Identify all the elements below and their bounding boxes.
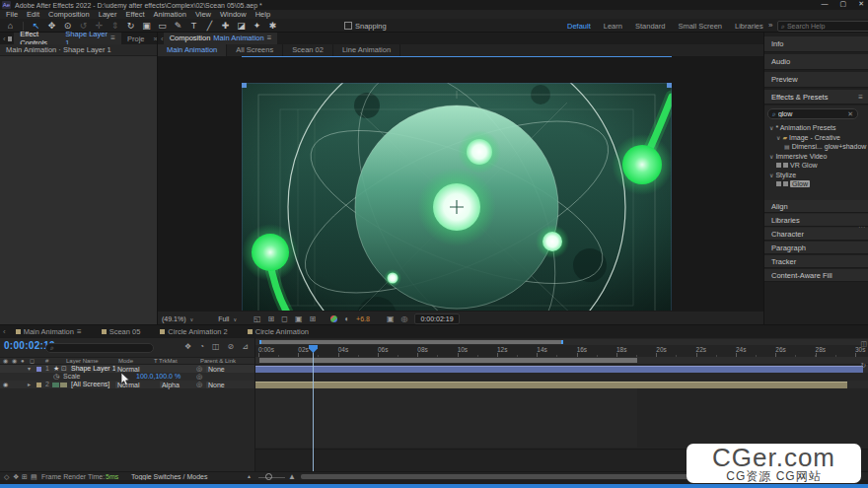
menu-item[interactable]: Help xyxy=(255,10,270,19)
parent-link-column-header[interactable]: Parent & Link xyxy=(200,358,236,365)
layer-name[interactable]: Shape Layer 1 xyxy=(71,365,116,373)
rectangle-tool-icon[interactable]: ▭ xyxy=(157,20,168,32)
twirl-icon[interactable]: ∨ xyxy=(769,172,773,178)
motion-blur-icon[interactable]: ⊘ xyxy=(228,342,235,351)
dock-panel-header[interactable]: Audio xyxy=(764,54,868,70)
scale-value[interactable]: 100.0,100.0 % xyxy=(136,373,181,381)
home-icon[interactable]: ⌂ xyxy=(5,20,16,32)
composition-viewport[interactable] xyxy=(158,56,764,311)
viewer-tab[interactable]: Main Animation xyxy=(158,44,227,56)
tree-item-immersive-video[interactable]: ∨ Immersive Video xyxy=(764,152,868,162)
workspace-item[interactable]: Standard xyxy=(635,22,665,31)
twirl-icon[interactable]: ∨ xyxy=(776,134,780,141)
brush-tool-icon[interactable]: ╱ xyxy=(204,20,215,32)
twirl-open-icon[interactable]: ▾ xyxy=(28,365,31,373)
menu-item[interactable]: Edit xyxy=(27,10,39,19)
viewer-tab[interactable]: Line Animation xyxy=(333,44,400,56)
mini-flowchart-icon[interactable]: ❖ xyxy=(184,342,191,351)
resolution-dropdown[interactable]: Full ∨ xyxy=(218,315,237,322)
dock-panel-header[interactable]: Libraries xyxy=(764,214,868,227)
tree-item-stylize[interactable]: ∨ Stylize xyxy=(764,171,868,180)
panel-menu-icon[interactable]: ≡ xyxy=(858,90,863,105)
type-tool-icon[interactable]: T xyxy=(188,20,199,32)
camera-tool-icon[interactable]: ▣ xyxy=(141,20,152,32)
clone-stamp-tool-icon[interactable]: ✚ xyxy=(220,20,231,32)
pen-tool-icon[interactable]: ✎ xyxy=(173,20,183,32)
timeline-tab-main-animation[interactable]: Main Animation ≡ xyxy=(6,325,92,338)
guides-icon[interactable]: ▣ xyxy=(295,314,303,323)
menu-item[interactable]: File xyxy=(6,10,18,19)
twirl-closed-icon[interactable]: ▸ xyxy=(28,381,31,388)
panel-menu-icon[interactable]: ≡ xyxy=(267,34,272,42)
mask-visibility-icon[interactable]: ◻ xyxy=(281,314,288,323)
viewer-timecode[interactable]: 0:00:02:19 xyxy=(414,314,459,324)
property-name[interactable]: Scale xyxy=(63,373,81,381)
exposure-value[interactable]: +6.8 xyxy=(356,315,370,322)
show-channel-icon[interactable] xyxy=(330,315,337,322)
dock-panel-header[interactable]: Character xyxy=(764,228,868,241)
workspace-item[interactable]: Libraries xyxy=(735,22,763,31)
dock-panel-header[interactable]: Info xyxy=(764,36,868,52)
blend-mode-dropdown[interactable]: Normal∨ xyxy=(115,366,119,373)
grid-icon[interactable]: ⊞ xyxy=(310,314,317,323)
parent-dropdown[interactable]: None∨ xyxy=(206,382,210,388)
workspace-item[interactable]: Learn xyxy=(604,22,622,31)
menu-item[interactable]: Composition xyxy=(48,10,90,19)
composition-canvas[interactable] xyxy=(242,83,672,311)
help-search-input[interactable] xyxy=(787,23,866,30)
graph-editor-icon[interactable]: ⊿ xyxy=(242,342,249,351)
dock-panel-header[interactable]: Tracker xyxy=(764,255,868,268)
navigator-handle-left[interactable] xyxy=(259,340,261,344)
blend-mode-dropdown[interactable]: Normal∨ xyxy=(115,382,119,388)
tree-item-image-creative[interactable]: ∨ ▰ Image - Creative xyxy=(764,133,868,143)
maximize-button[interactable]: ▢ xyxy=(840,0,847,8)
menu-item[interactable]: Animation xyxy=(154,10,186,19)
tree-item-animation-presets[interactable]: ∨ * Animation Presets xyxy=(764,123,868,133)
trkmat-column-header[interactable]: T TrkMat xyxy=(154,358,178,365)
dock-panel-header[interactable]: Align xyxy=(764,200,868,213)
parent-pickwhip-icon[interactable]: ◎ xyxy=(196,381,202,388)
viewer-tab[interactable]: All Screens xyxy=(227,44,283,56)
layer-duration-bar-shape-layer-1[interactable] xyxy=(255,366,863,373)
property-pickwhip-icon[interactable]: ◎ xyxy=(196,373,202,381)
loop-icon[interactable]: ↻ xyxy=(860,362,867,370)
eraser-tool-icon[interactable]: ◪ xyxy=(236,20,247,32)
mode-column-header[interactable]: Mode xyxy=(118,358,133,365)
parent-pickwhip-icon[interactable]: ◎ xyxy=(196,365,202,373)
puppet-pin-tool-icon[interactable]: ✱ xyxy=(267,20,278,32)
transparency-grid-icon[interactable]: ⊞ xyxy=(268,314,275,323)
close-button[interactable]: ✕ xyxy=(858,0,864,8)
label-color-swatch[interactable] xyxy=(36,367,41,372)
current-time-indicator-line[interactable] xyxy=(313,345,314,471)
rotation-tool-icon[interactable]: ↻ xyxy=(125,20,136,32)
snapshot-icon[interactable]: ▣ xyxy=(387,314,395,323)
presets-search-input[interactable] xyxy=(778,110,845,117)
zoom-slider-thumb[interactable] xyxy=(265,473,272,480)
dock-panel-header[interactable]: Paragraph xyxy=(764,242,868,254)
trkmat-dropdown[interactable]: Alpha∨ xyxy=(160,382,164,388)
workspace-overflow-icon[interactable]: » xyxy=(768,21,772,30)
layer-name-column-header[interactable]: Layer Name xyxy=(66,358,99,365)
label-color-swatch[interactable] xyxy=(36,383,41,387)
menu-item[interactable]: View xyxy=(195,10,211,19)
parent-dropdown[interactable]: None∨ xyxy=(206,366,210,373)
panel-menu-icon[interactable]: ≡ xyxy=(110,34,115,42)
panel-menu-icon[interactable]: ≡ xyxy=(77,327,82,336)
roto-brush-tool-icon[interactable]: ✦ xyxy=(252,20,262,32)
layer-duration-bar-all-screens[interactable] xyxy=(255,382,847,388)
panel-chevron-icon[interactable]: ‹ xyxy=(3,35,6,43)
tab-effect-controls[interactable]: Effect Controls Shape Layer 1 ≡ xyxy=(14,33,121,45)
dock-panel-header[interactable]: Preview xyxy=(764,72,868,88)
workspace-item[interactable]: Small Screen xyxy=(678,22,722,31)
stopwatch-icon[interactable]: ◷ xyxy=(53,373,59,381)
comp-marker-bin-icon[interactable]: ◫ xyxy=(860,340,867,348)
clear-search-icon[interactable]: ✕ xyxy=(847,110,853,118)
tree-item-vr-glow[interactable]: VR Glow xyxy=(764,161,868,171)
timeline-tab-circle-animation[interactable]: Circle Animation xyxy=(238,325,319,338)
time-ruler[interactable]: 0:00s02s04s06s08s10s12s14s16s18s20s22s24… xyxy=(255,345,868,357)
timeline-navigator-bar[interactable] xyxy=(259,340,563,344)
timeline-tab-circle-animation-2[interactable]: Circle Animation 2 xyxy=(150,325,237,338)
exposure-reset-icon[interactable]: ◐ xyxy=(344,314,349,323)
menu-item[interactable]: Window xyxy=(220,10,247,19)
roi-icon[interactable]: ◱ xyxy=(253,314,261,323)
